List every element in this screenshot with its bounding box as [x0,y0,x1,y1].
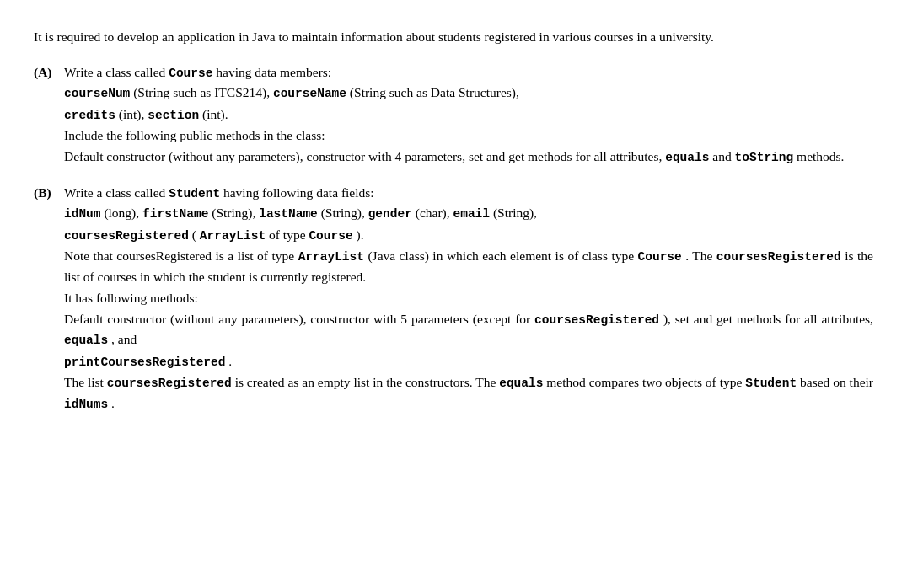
section-b-body: idNum (long), firstName (String), lastNa… [34,203,873,414]
section-a-title-text: Write a class called Course having data … [64,62,331,83]
section-b-line-3: Note that coursesRegistered is a list of… [64,246,873,286]
section-a-line-2: credits (int), section (int). [64,104,873,125]
gender-label: gender [368,207,412,221]
ArrayList-label-2: ArrayList [298,250,364,264]
section-b-line-4: It has following methods: [64,288,873,308]
printCoursesRegistered-label: printCoursesRegistered [64,355,225,369]
Course-label-2: Course [638,250,682,264]
section-a-line-4: Default constructor (without any paramet… [64,147,873,167]
section-a-line-1: courseNum (String such as ITCS214), cour… [64,83,873,103]
section-b-line-6: printCoursesRegistered . [64,351,873,372]
equals-label-b: equals [64,334,108,347]
section-a-line-3: Include the following public methods in … [64,126,873,146]
coursesRegistered-label-3: coursesRegistered [534,313,659,327]
ArrayList-label: ArrayList [200,229,266,243]
section-b-line-1: idNum (long), firstName (String), lastNa… [64,203,873,223]
section-b-line-7: The list coursesRegistered is created as… [64,372,873,414]
equals-label-a: equals [665,151,709,164]
section-label-mono: section [148,109,199,122]
section-a-title: (A) Write a class called Course having d… [34,62,873,83]
section-b-line-2: coursesRegistered ( ArrayList of type Co… [64,225,873,245]
intro-text: It is required to develop an application… [34,27,873,47]
toString-label: toString [735,151,794,164]
Student-label: Student [745,377,797,390]
courseNum-label: courseNum [64,87,130,100]
courseName-label: courseName [273,87,346,100]
coursesRegistered-label-4: coursesRegistered [107,377,232,390]
lastName-label: lastName [259,207,318,221]
equals-label-c: equals [499,377,543,390]
section-b: (B) Write a class called Student having … [34,183,873,414]
Course-label: Course [309,229,352,243]
coursesRegistered-label: coursesRegistered [64,229,189,243]
section-b-title: (B) Write a class called Student having … [34,183,873,203]
section-b-line-5: Default constructor (without any paramet… [64,309,873,350]
email-label: email [454,207,491,221]
section-b-label: (B) [34,183,64,203]
credits-label: credits [64,109,115,122]
idNums-label: idNums [64,398,108,411]
idNum-label: idNum [64,207,101,221]
coursesRegistered-label-2: coursesRegistered [716,250,841,264]
section-a-body: courseNum (String such as ITCS214), cour… [34,83,873,167]
section-a-label: (A) [34,62,64,83]
section-b-title-text: Write a class called Student having foll… [64,183,374,203]
section-a: (A) Write a class called Course having d… [34,62,873,168]
firstName-label: firstName [142,207,208,221]
